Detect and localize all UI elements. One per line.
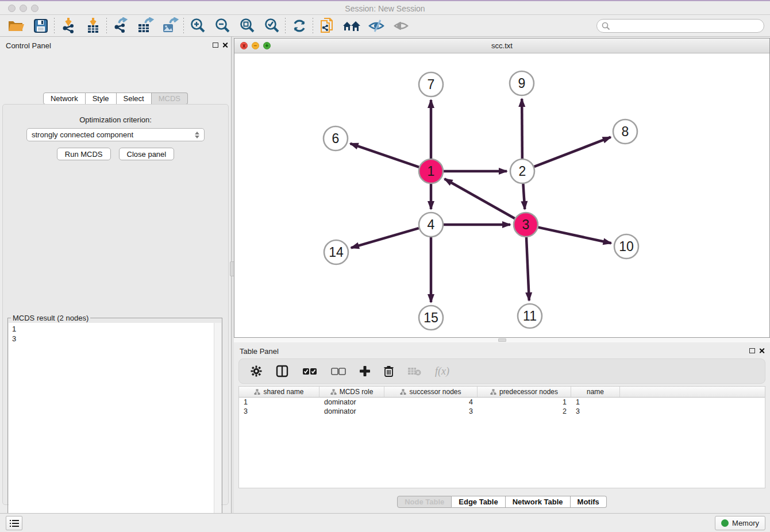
save-floppy-icon bbox=[33, 18, 48, 33]
tab-node-table[interactable]: Node Table bbox=[397, 496, 452, 508]
zoom-selected-button[interactable] bbox=[259, 16, 284, 36]
zoom-selected-icon bbox=[264, 18, 280, 34]
function-builder-button[interactable]: f(x) bbox=[435, 365, 449, 377]
eye-slash-icon bbox=[368, 19, 385, 33]
table-cell[interactable]: 1 bbox=[571, 398, 620, 407]
tab-network-table[interactable]: Network Table bbox=[506, 496, 571, 508]
column-type-icon bbox=[330, 389, 337, 395]
graph-node-label: 8 bbox=[622, 124, 629, 139]
column-header-name[interactable]: name bbox=[571, 387, 620, 397]
graph-edge-1-6[interactable] bbox=[351, 144, 419, 167]
table-cell[interactable]: dominator bbox=[319, 407, 384, 416]
table-row[interactable]: 1dominator411 bbox=[239, 398, 765, 407]
home-icon bbox=[342, 19, 361, 33]
table-cell[interactable]: 2 bbox=[478, 407, 571, 416]
column-header-MCDS-role[interactable]: MCDS role bbox=[319, 387, 384, 397]
column-label: successor nodes bbox=[409, 388, 461, 396]
table-row[interactable]: 3dominator323 bbox=[239, 407, 765, 416]
tab-edge-table[interactable]: Edge Table bbox=[452, 496, 505, 508]
result-scrollbar[interactable] bbox=[214, 323, 221, 532]
save-session-button[interactable] bbox=[28, 16, 53, 36]
export-table-button[interactable] bbox=[133, 16, 157, 36]
table-options-button[interactable] bbox=[251, 365, 262, 377]
mcds-result-title: MCDS result (2 nodes) bbox=[11, 314, 90, 322]
delete-columns-button[interactable] bbox=[384, 365, 394, 377]
graph-node-label: 3 bbox=[522, 217, 530, 232]
graph-edge-2-8[interactable] bbox=[534, 137, 611, 167]
run-mcds-button[interactable]: Run MCDS bbox=[57, 148, 111, 160]
task-history-button[interactable] bbox=[6, 516, 22, 530]
zoom-in-button[interactable] bbox=[185, 16, 210, 36]
return-to-start-button[interactable] bbox=[339, 16, 364, 36]
list-icon bbox=[10, 519, 19, 527]
graph-node-label: 10 bbox=[619, 239, 634, 254]
table-cell[interactable]: dominator bbox=[319, 398, 384, 407]
table-cell[interactable]: 3 bbox=[571, 407, 620, 416]
close-panel-button[interactable]: Close panel bbox=[119, 148, 175, 160]
graph-edge-3-11[interactable] bbox=[526, 237, 529, 300]
column-label: predecessor nodes bbox=[499, 388, 558, 396]
create-column-button[interactable] bbox=[360, 366, 370, 376]
column-label: name bbox=[587, 388, 604, 396]
import-network-button[interactable] bbox=[56, 16, 80, 36]
network-window-titlebar[interactable]: x − + scc.txt bbox=[234, 38, 769, 53]
graph-edge-3-1[interactable] bbox=[445, 179, 515, 218]
close-panel-icon[interactable] bbox=[759, 348, 765, 354]
node-table[interactable]: shared nameMCDS rolesuccessor nodesprede… bbox=[238, 386, 765, 488]
delete-table-button[interactable] bbox=[407, 367, 421, 376]
table-cell[interactable]: 4 bbox=[384, 398, 478, 407]
table-cell[interactable]: 1 bbox=[478, 398, 571, 407]
close-panel-icon[interactable] bbox=[222, 42, 228, 48]
table-cell[interactable]: 3 bbox=[384, 407, 478, 416]
float-panel-icon[interactable] bbox=[213, 43, 218, 48]
tab-mcds[interactable]: MCDS bbox=[152, 92, 188, 105]
horizontal-splitter[interactable] bbox=[234, 338, 770, 342]
delete-table-icon bbox=[407, 367, 421, 376]
table-cell[interactable]: 1 bbox=[239, 398, 319, 407]
export-image-button[interactable] bbox=[157, 16, 182, 36]
graph-edge-2-3[interactable] bbox=[523, 184, 525, 209]
refresh-layout-button[interactable] bbox=[287, 16, 311, 36]
tab-motifs[interactable]: Motifs bbox=[571, 496, 607, 508]
network-view-window: x − + scc.txt 1234678910111415 bbox=[234, 38, 770, 338]
fit-content-button[interactable] bbox=[234, 16, 259, 36]
hide-panels-button[interactable] bbox=[364, 16, 388, 36]
control-panel: Control Panel NetworkStyleSelectMCDS Opt… bbox=[0, 37, 232, 513]
mcds-panel: Optimization criterion: strongly connect… bbox=[2, 104, 229, 505]
splitter-handle[interactable] bbox=[498, 338, 506, 342]
columns-icon bbox=[276, 365, 288, 377]
column-header-shared-name[interactable]: shared name bbox=[239, 387, 319, 397]
mcds-result-text[interactable]: 1 3 bbox=[9, 323, 221, 532]
graph-edge-2-9[interactable] bbox=[522, 99, 522, 159]
criterion-dropdown[interactable]: strongly connected component bbox=[26, 128, 205, 141]
network-canvas[interactable]: 1234678910111415 bbox=[234, 53, 769, 337]
memory-label: Memory bbox=[732, 519, 759, 527]
graph-edge-3-10[interactable] bbox=[538, 228, 611, 244]
column-header-successor-nodes[interactable]: successor nodes bbox=[384, 387, 478, 397]
clone-network-button[interactable] bbox=[314, 16, 339, 36]
show-columns-button[interactable] bbox=[276, 365, 288, 377]
table-body: 1dominator4113dominator323 bbox=[239, 398, 765, 416]
search-input[interactable] bbox=[610, 22, 764, 30]
unselect-all-columns-button[interactable] bbox=[331, 368, 346, 375]
column-header-predecessor-nodes[interactable]: predecessor nodes bbox=[478, 387, 571, 397]
import-table-button[interactable] bbox=[80, 16, 105, 36]
select-all-columns-button[interactable] bbox=[302, 368, 317, 375]
float-panel-icon[interactable] bbox=[749, 348, 755, 353]
graph-node-label: 4 bbox=[428, 217, 435, 232]
graph-edge-4-14[interactable] bbox=[351, 228, 419, 248]
tab-network[interactable]: Network bbox=[43, 92, 86, 105]
tab-style[interactable]: Style bbox=[86, 92, 117, 105]
table-cell[interactable]: 3 bbox=[239, 407, 319, 416]
open-session-button[interactable] bbox=[3, 16, 28, 36]
tab-select[interactable]: Select bbox=[117, 92, 152, 105]
global-search[interactable] bbox=[596, 19, 764, 33]
app-title: Session: New Session bbox=[0, 4, 770, 13]
trash-icon bbox=[384, 365, 394, 377]
search-icon bbox=[602, 22, 610, 30]
export-network-button[interactable] bbox=[108, 16, 133, 36]
show-panels-button[interactable] bbox=[388, 16, 413, 36]
network-graph[interactable]: 1234678910111415 bbox=[234, 53, 769, 338]
memory-button[interactable]: Memory bbox=[715, 516, 765, 530]
zoom-out-button[interactable] bbox=[210, 16, 234, 36]
